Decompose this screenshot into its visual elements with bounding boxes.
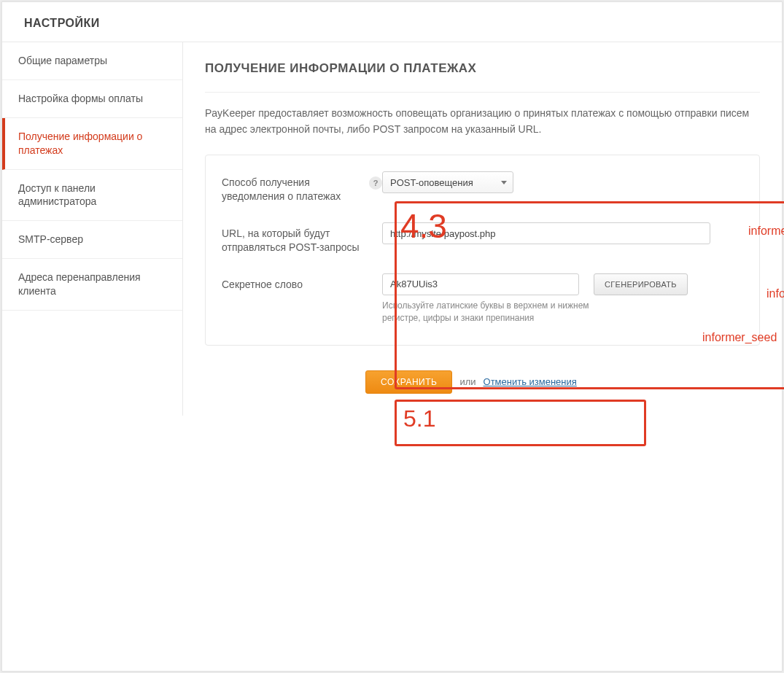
row-url: URL, на который будут отправляться POST-… — [222, 222, 743, 254]
notification-form: Способ получения уведомления о платежах … — [205, 155, 760, 345]
label-text: URL, на который будут отправляться POST-… — [222, 227, 382, 254]
annotation-number-5-1: 5.1 — [403, 405, 435, 432]
label-method: Способ получения уведомления о платежах … — [222, 171, 382, 203]
sidebar-item-payment-info[interactable]: Получение информации о платежах — [2, 118, 182, 170]
form-actions: СОХРАНИТЬ или Отменить изменения — [205, 370, 760, 394]
generate-button[interactable]: СГЕНЕРИРОВАТЬ — [594, 273, 688, 295]
help-icon[interactable]: ? — [369, 176, 382, 190]
secret-hint: Используйте латинские буквы в верхнем и … — [382, 300, 601, 324]
sidebar-item-label: Доступ к панели администратора — [18, 182, 96, 208]
cancel-link[interactable]: Отменить изменения — [484, 376, 577, 387]
sidebar-item-label: Настройка формы оплаты — [18, 93, 143, 104]
label-text: Секретное слово — [222, 278, 303, 292]
label-secret: Секретное слово — [222, 273, 382, 292]
sidebar-item-label: Получение информации о платежах — [18, 131, 142, 156]
sidebar-item-smtp[interactable]: SMTP-сервер — [2, 221, 182, 259]
select-value: POST-оповещения — [390, 177, 473, 188]
sidebar-item-general[interactable]: Общие параметры — [2, 42, 182, 80]
section-title: ПОЛУЧЕНИЕ ИНФОРМАЦИИ О ПЛАТЕЖАХ — [205, 61, 760, 76]
settings-panel: НАСТРОЙКИ Общие параметры Настройка форм… — [1, 1, 783, 672]
url-input[interactable] — [382, 222, 710, 244]
annotation-informer-url: informer_url — [766, 287, 784, 300]
section-description: PayKeeper предоставляет возможность опов… — [205, 106, 760, 137]
annotation-box-5-1 — [395, 400, 646, 446]
sidebar-item-redirect[interactable]: Адреса перенаправления клиента — [2, 259, 182, 311]
sidebar-item-payment-form[interactable]: Настройка формы оплаты — [2, 80, 182, 118]
divider — [205, 92, 760, 93]
row-secret: Секретное слово СГЕНЕРИРОВАТЬ Используйт… — [222, 273, 743, 324]
sidebar-item-label: Общие параметры — [18, 55, 107, 66]
secret-input[interactable] — [382, 273, 579, 295]
chevron-down-icon — [501, 181, 507, 184]
main-content: ПОЛУЧЕНИЕ ИНФОРМАЦИИ О ПЛАТЕЖАХ PayKeepe… — [183, 42, 782, 416]
layout: Общие параметры Настройка формы оплаты П… — [2, 42, 782, 416]
save-button[interactable]: СОХРАНИТЬ — [365, 370, 452, 394]
or-text: или — [459, 376, 476, 387]
sidebar-item-label: Адреса перенаправления клиента — [18, 271, 141, 297]
method-select[interactable]: POST-оповещения — [382, 171, 513, 193]
panel-title: НАСТРОЙКИ — [2, 2, 782, 42]
sidebar-item-admin-access[interactable]: Доступ к панели администратора — [2, 170, 182, 222]
label-text: Способ получения уведомления о платежах — [222, 176, 363, 203]
sidebar: Общие параметры Настройка формы оплаты П… — [2, 42, 183, 416]
sidebar-item-label: SMTP-сервер — [18, 233, 83, 245]
row-method: Способ получения уведомления о платежах … — [222, 171, 743, 203]
label-url: URL, на который будут отправляться POST-… — [222, 222, 382, 254]
